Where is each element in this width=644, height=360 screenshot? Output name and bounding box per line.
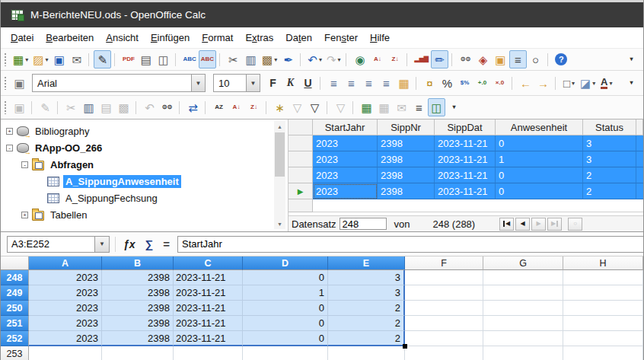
- grid-cell[interactable]: 2023-11-21: [435, 167, 496, 183]
- menu-extras[interactable]: Extras: [239, 29, 279, 46]
- tree-scrollbar[interactable]: ▲ ▼: [274, 121, 285, 229]
- sheet-cell[interactable]: [563, 316, 643, 331]
- sheet-cell[interactable]: [243, 346, 328, 360]
- sort-button[interactable]: AZ: [210, 98, 228, 116]
- decrease-indent-button[interactable]: ←: [517, 74, 534, 92]
- sheet-cell[interactable]: 0: [243, 270, 328, 285]
- format-paintbrush-button[interactable]: ✒: [279, 50, 297, 68]
- edit-file-button[interactable]: ✎: [94, 50, 111, 68]
- copy-button[interactable]: ▥: [242, 50, 260, 68]
- sheet-cell[interactable]: 2023-11-21: [174, 301, 243, 316]
- toolbar-overflow-button[interactable]: ▾: [445, 98, 463, 116]
- grid-column-header[interactable]: Anwesenheit: [496, 119, 583, 135]
- sheet-cell[interactable]: [483, 270, 563, 285]
- grid-empty-row[interactable]: [289, 199, 643, 212]
- sheet-cell[interactable]: 3: [328, 285, 405, 301]
- grid-cell[interactable]: 1: [496, 151, 583, 167]
- sheet-cell[interactable]: 2398: [102, 285, 174, 301]
- grid-cell[interactable]: 2398: [378, 183, 435, 199]
- menu-format[interactable]: Format: [196, 29, 239, 46]
- tree-expander-icon[interactable]: -: [6, 145, 13, 151]
- menu-fenster[interactable]: Fenster: [318, 29, 364, 46]
- row-selector-cell[interactable]: [289, 199, 313, 212]
- edit-data-button[interactable]: ✎: [37, 98, 54, 116]
- font-name-combo[interactable]: Arial ▼: [32, 74, 206, 92]
- grid-cell[interactable]: 2398: [378, 167, 435, 183]
- autospellcheck-button[interactable]: ABC: [199, 50, 216, 68]
- sheet-cell[interactable]: 2023-11-21: [174, 316, 243, 331]
- column-header[interactable]: H: [563, 256, 643, 270]
- row-header[interactable]: 251: [1, 316, 29, 331]
- sheet-cell[interactable]: [483, 331, 563, 346]
- toolbar-overflow-button[interactable]: ▾: [623, 74, 640, 92]
- help-button[interactable]: ?: [553, 50, 570, 68]
- grid-cell[interactable]: 2398: [378, 151, 435, 167]
- sheet-cell[interactable]: [483, 316, 563, 331]
- row-header[interactable]: 248: [1, 270, 29, 285]
- cut-button[interactable]: ✂: [225, 50, 242, 68]
- paste-special-button[interactable]: ▩: [115, 98, 132, 116]
- column-header[interactable]: B: [102, 256, 174, 270]
- data-source-table-button[interactable]: ≡: [410, 98, 428, 116]
- new-document-button[interactable]: ▦▾: [11, 50, 30, 68]
- row-header[interactable]: 250: [1, 301, 29, 316]
- grid-cell[interactable]: 3: [583, 151, 636, 167]
- align-left-button[interactable]: ≡: [325, 74, 343, 92]
- sheet-cell[interactable]: 2: [328, 301, 405, 316]
- tree-item-abfragen[interactable]: - Abfragen: [1, 156, 288, 173]
- grid-cell[interactable]: 0: [496, 135, 583, 151]
- toolbar-overflow-button[interactable]: ▾: [623, 50, 640, 68]
- grid-cell[interactable]: 0: [496, 183, 583, 199]
- grid-cell[interactable]: 2: [583, 183, 636, 199]
- sheet-cell[interactable]: 2023: [29, 270, 102, 285]
- row-header[interactable]: 253: [1, 346, 29, 360]
- grid-cell[interactable]: 0: [496, 167, 583, 183]
- scrollbar-thumb[interactable]: [275, 132, 285, 177]
- menu-daten[interactable]: Daten: [279, 29, 318, 46]
- grid-cell[interactable]: 2023: [313, 167, 378, 183]
- new-record-button[interactable]: ○: [568, 218, 582, 231]
- datasources-button[interactable]: ≡: [509, 50, 527, 68]
- paste-button[interactable]: ▩▾: [260, 50, 279, 68]
- grid-cell[interactable]: 2023-11-21: [435, 151, 496, 167]
- grid-cell[interactable]: 2023-11-21: [435, 183, 496, 199]
- row-selector-cell[interactable]: [289, 135, 313, 151]
- grid-row[interactable]: ▶ 2023 2398 2023-11-21 0 2: [289, 183, 643, 199]
- pdf-export-button[interactable]: PDF: [120, 50, 137, 68]
- background-color-button[interactable]: ◪▾: [578, 74, 598, 92]
- sheet-cell[interactable]: 2023: [29, 316, 102, 331]
- sheet-cell[interactable]: 1: [243, 285, 328, 301]
- menu-datei[interactable]: Datei: [5, 29, 40, 46]
- sheet-cell[interactable]: 2023: [29, 301, 102, 316]
- toolbar-grip[interactable]: [4, 100, 7, 114]
- navigator-button[interactable]: ◈: [474, 50, 492, 68]
- zoom-button[interactable]: ○: [527, 50, 544, 68]
- print-button[interactable]: ▤: [137, 50, 155, 68]
- toolbar-grip[interactable]: [4, 53, 7, 66]
- scroll-up-icon[interactable]: ▲: [274, 121, 285, 132]
- standard-filter-button[interactable]: ▽: [306, 98, 324, 116]
- mail-merge-button[interactable]: ✉: [393, 98, 410, 116]
- tree-item-a-sippunganwesenheit[interactable]: A_SippungAnwesenheit: [1, 173, 288, 190]
- tree-expander-icon[interactable]: -: [21, 161, 28, 168]
- tree-expander-icon[interactable]: +: [21, 212, 28, 218]
- sheet-cell[interactable]: [563, 285, 643, 301]
- undo-data-button[interactable]: ↶: [141, 98, 158, 116]
- combo-dropdown-button[interactable]: ▼: [191, 75, 205, 91]
- draw-functions-button[interactable]: ✏: [431, 50, 448, 68]
- sheet-cell[interactable]: 2398: [102, 331, 174, 346]
- underline-button[interactable]: U: [299, 74, 317, 92]
- sort-descending-button[interactable]: Z↓: [386, 50, 403, 68]
- sheet-cell[interactable]: [405, 316, 483, 331]
- align-justify-button[interactable]: ≡: [378, 74, 395, 92]
- data-to-fields-button[interactable]: ▦: [375, 98, 393, 116]
- sheet-cell[interactable]: [483, 346, 563, 360]
- sheet-cell[interactable]: [563, 346, 643, 360]
- sheet-cell[interactable]: [483, 301, 563, 316]
- sheet-cell[interactable]: 3: [328, 270, 405, 285]
- grid-column-header[interactable]: [636, 119, 643, 135]
- tree-item-a-sippungfechsung[interactable]: A_SippungFechsung: [1, 190, 288, 206]
- previous-record-button[interactable]: ◀: [515, 218, 530, 231]
- combo-dropdown-button[interactable]: ▼: [246, 75, 260, 91]
- tree-item-tabellen[interactable]: + Tabellen: [1, 206, 288, 223]
